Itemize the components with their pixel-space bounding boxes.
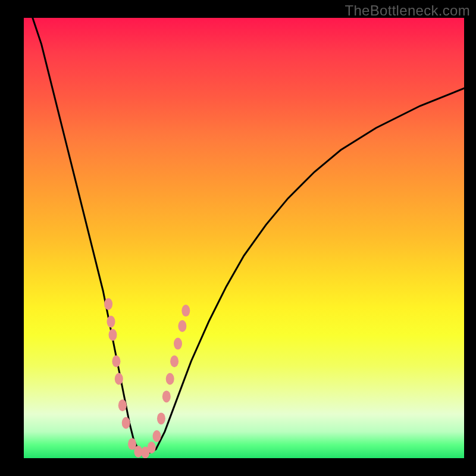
marker-dot bbox=[181, 305, 190, 317]
marker-dot bbox=[122, 417, 130, 429]
marker-dot bbox=[107, 316, 115, 328]
marker-dot bbox=[109, 329, 117, 341]
marker-dot bbox=[153, 430, 161, 442]
marker-dot bbox=[148, 441, 156, 453]
marker-dot bbox=[115, 373, 123, 385]
marker-dot bbox=[112, 355, 120, 367]
marker-dot bbox=[157, 412, 165, 424]
marker-dot bbox=[118, 399, 127, 411]
markers-group bbox=[104, 298, 190, 458]
bottleneck-curve bbox=[33, 18, 464, 454]
marker-dot bbox=[174, 338, 182, 350]
chart-wrap: TheBottleneck.com bbox=[0, 0, 476, 476]
marker-dot bbox=[178, 320, 186, 332]
marker-dot bbox=[170, 355, 178, 367]
marker-dot bbox=[166, 373, 174, 385]
marker-dot bbox=[104, 298, 112, 310]
chart-overlay bbox=[24, 18, 464, 458]
marker-dot bbox=[162, 390, 171, 402]
watermark-text: TheBottleneck.com bbox=[345, 2, 470, 19]
